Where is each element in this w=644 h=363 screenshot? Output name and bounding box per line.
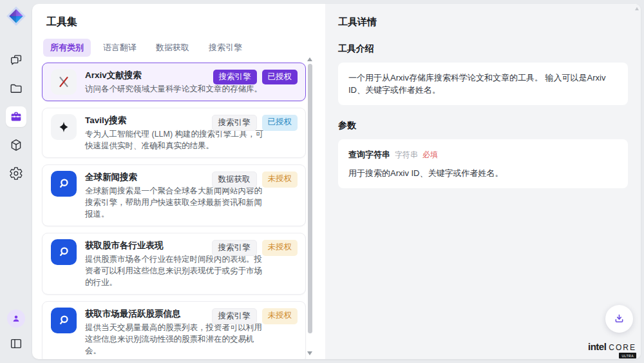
page-title: 工具集 [46,15,325,29]
intro-card: 一个用于从Arxiv存储库搜索科学论文和文章的工具。 输入可以是Arxiv ID… [338,63,628,105]
user-avatar-icon[interactable] [7,309,25,328]
rail-bottom [6,309,26,354]
folder-icon[interactable] [6,78,26,99]
tool-tags: 数据获取 未授权 [212,172,298,188]
tool-description: 专为人工智能代理 (LLM) 构建的搜索引擎工具，可快速提供实时、准确和真实的结… [85,128,267,152]
tool-card-arxiv[interactable]: Arxiv文献搜索 访问各个研究领域大量科学论文和文章的存储库。 搜索引擎 已授… [42,63,306,101]
panel-toggle-icon[interactable] [6,333,26,354]
package-icon[interactable] [6,135,26,155]
parameter-card: 查询字符串 字符串 必填 用于搜索的Arxiv ID、关键字或作者姓名。 [338,139,628,188]
news-search-icon [51,308,77,333]
intel-core-logo: intel core ULTRA [588,341,636,358]
news-search-icon [51,171,77,197]
tool-card-tavily[interactable]: Tavily搜索 专为人工智能代理 (LLM) 构建的搜索引擎工具，可快速提供实… [42,108,306,158]
tool-tags: 搜索引擎 已授权 [213,70,298,84]
tool-description: 全球新闻搜索是一个聚合全球各大新闻网站内容的搜索引擎，帮助用户快速获取全球最新资… [85,185,267,220]
core-wordmark: core [609,343,636,352]
tool-card-list: Arxiv文献搜索 访问各个研究领域大量科学论文和文章的存储库。 搜索引擎 已授… [42,63,306,359]
category-tabs: 所有类别 语言翻译 数据获取 搜索引擎 [43,39,325,57]
tool-detail-panel: 工具详情 工具介绍 一个用于从Arxiv存储库搜索科学论文和文章的工具。 输入可… [325,4,641,359]
list-scrollbar[interactable] [307,57,312,355]
ultra-badge: ULTRA [619,353,636,358]
arxiv-icon [51,69,77,95]
param-type: 字符串 [395,149,418,161]
status-badge: 已授权 [262,115,298,131]
category-badge: 搜索引擎 [213,70,257,84]
tool-tags: 搜索引擎 未授权 [212,308,298,324]
main-window: 工具集 所有类别 语言翻译 数据获取 搜索引擎 Arxiv文献搜索 [32,4,641,359]
status-badge: 未授权 [262,172,298,188]
intro-heading: 工具介绍 [338,43,628,55]
category-badge: 数据获取 [212,172,257,188]
category-badge: 搜索引擎 [212,115,257,131]
category-badge: 搜索引擎 [212,308,257,324]
tool-description: 访问各个研究领域大量科学论文和文章的存储库。 [85,83,262,95]
status-badge: 未授权 [262,240,298,256]
status-badge: 未授权 [262,308,298,324]
tab-all-categories[interactable]: 所有类别 [43,39,91,57]
download-button[interactable] [605,305,633,333]
app-logo-icon [6,6,26,26]
tool-card-most-active-stocks[interactable]: 获取市场最活跃股票信息 提供当天交易量最高的股票列表，投资者可以利用这些信息来识… [42,301,306,359]
news-search-icon [51,239,77,265]
params-heading: 参数 [338,120,628,132]
tool-list-panel: 工具集 所有类别 语言翻译 数据获取 搜索引擎 Arxiv文献搜索 [32,4,325,359]
detail-title: 工具详情 [338,16,628,28]
intel-wordmark: intel [588,341,606,352]
tab-data-acquisition[interactable]: 数据获取 [149,39,196,57]
scrollbar-up-arrow-icon[interactable] [307,57,312,61]
tool-card-global-news[interactable]: 全球新闻搜索 全球新闻搜索是一个聚合全球各大新闻网站内容的搜索引擎，帮助用户快速… [42,164,306,226]
category-badge: 搜索引擎 [212,240,257,256]
tool-description: 提供当天交易量最高的股票列表，投资者可以利用这些信息来识别流动性强的股票和潜在的… [85,322,267,357]
tool-card-sector-performance[interactable]: 获取股市各行业表现 提供股票市场各个行业在特定时间段内的表现。投资者可以利用这些… [42,233,306,295]
tool-tags: 搜索引擎 已授权 [212,115,298,131]
toolbox-icon-active[interactable] [6,106,26,127]
rail-nav [6,50,26,184]
param-required-label: 必填 [422,149,438,161]
sparkle-icon [51,114,77,140]
param-description: 用于搜索的Arxiv ID、关键字或作者姓名。 [348,167,618,179]
param-name: 查询字符串 [348,148,390,161]
settings-gear-icon[interactable] [6,163,26,184]
intro-text: 一个用于从Arxiv存储库搜索科学论文和文章的工具。 输入可以是Arxiv ID… [348,73,605,95]
left-rail [0,0,32,363]
tool-tags: 搜索引擎 未授权 [212,240,298,256]
download-icon [613,313,625,325]
status-badge: 已授权 [262,70,298,84]
tool-description: 提供股票市场各个行业在特定时间段内的表现。投资者可以利用这些信息来识别表现优于或… [85,253,267,288]
tab-search-engine[interactable]: 搜索引擎 [202,39,249,57]
scrollbar-down-arrow-icon[interactable] [307,351,312,355]
scrollbar-thumb[interactable] [308,64,312,333]
chat-icon[interactable] [6,50,26,70]
detail-scroll-arrow-icon[interactable] [635,7,639,10]
tab-language-translation[interactable]: 语言翻译 [96,39,144,57]
